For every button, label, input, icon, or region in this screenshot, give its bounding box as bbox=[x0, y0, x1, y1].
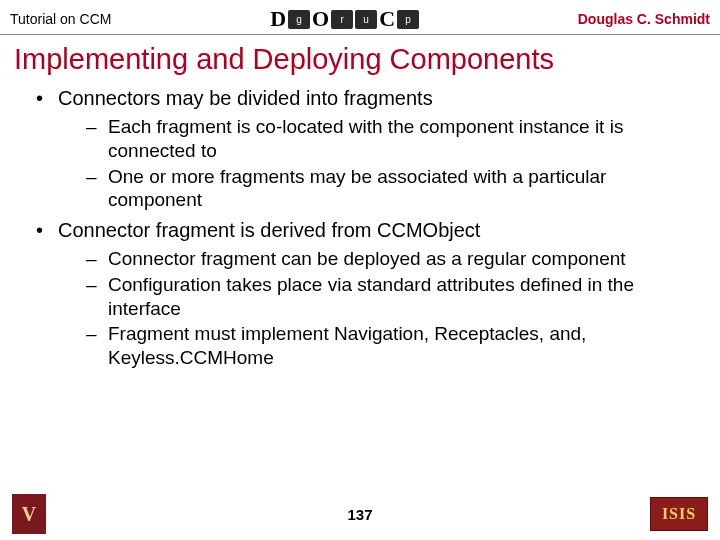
logo-letter-d: D bbox=[270, 6, 286, 32]
bullet-2: Connector fragment is derived from CCMOb… bbox=[36, 218, 696, 370]
header-author: Douglas C. Schmidt bbox=[578, 11, 710, 27]
bullet-1: Connectors may be divided into fragments… bbox=[36, 86, 696, 212]
bullet-1-sub-1: Each fragment is co-located with the com… bbox=[86, 115, 696, 163]
isis-logo: ISIS bbox=[650, 497, 708, 531]
header-left-text: Tutorial on CCM bbox=[10, 11, 111, 27]
slide-title: Implementing and Deploying Components bbox=[0, 35, 720, 82]
logo-letter-c: C bbox=[379, 6, 395, 32]
slide-header: Tutorial on CCM D g O r u C p Douglas C.… bbox=[0, 0, 720, 35]
logo-box-g: g bbox=[288, 10, 310, 29]
vanderbilt-logo bbox=[12, 494, 46, 534]
slide-footer: 137 ISIS bbox=[0, 494, 720, 540]
bullet-1-sub-2: One or more fragments may be associated … bbox=[86, 165, 696, 213]
doc-group-logo: D g O r u C p bbox=[270, 6, 419, 32]
logo-box-p: p bbox=[397, 10, 419, 29]
bullet-2-sub-2: Configuration takes place via standard a… bbox=[86, 273, 696, 321]
page-number: 137 bbox=[347, 506, 372, 523]
bullet-1-text: Connectors may be divided into fragments bbox=[58, 87, 433, 109]
slide-body: Connectors may be divided into fragments… bbox=[0, 82, 720, 370]
bullet-2-text: Connector fragment is derived from CCMOb… bbox=[58, 219, 480, 241]
logo-letter-o: O bbox=[312, 6, 329, 32]
bullet-2-sub-1: Connector fragment can be deployed as a … bbox=[86, 247, 696, 271]
logo-box-r: r bbox=[331, 10, 353, 29]
logo-box-u: u bbox=[355, 10, 377, 29]
bullet-2-sub-3: Fragment must implement Navigation, Rece… bbox=[86, 322, 696, 370]
